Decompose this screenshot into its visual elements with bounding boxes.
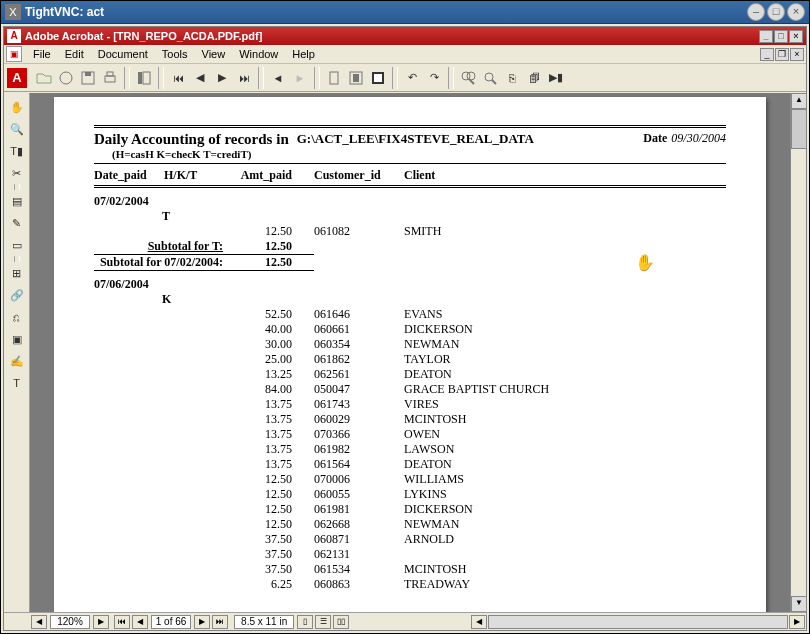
scroll-down-icon[interactable]: ▼ [791,596,807,612]
acr-close-icon[interactable]: × [789,30,803,43]
tool5-icon[interactable]: ▶▮ [545,67,567,89]
find-icon[interactable] [457,67,479,89]
link-tool-icon[interactable]: 🔗 [6,284,28,306]
menu-window[interactable]: Window [232,46,285,62]
col-client: Client [404,168,726,183]
data-row: 40.00060661DICKERSON [94,322,726,337]
save-icon[interactable] [77,67,99,89]
navpane-icon[interactable] [133,67,155,89]
svg-rect-11 [374,74,382,82]
data-row: 37.50062131 [94,547,726,562]
sb-next-icon[interactable]: ▶ [194,615,210,629]
document-viewport[interactable]: Daily Accounting of records in (H=casH K… [30,93,790,612]
menu-view[interactable]: View [195,46,233,62]
highlight-tool-icon[interactable]: ▭ [6,234,28,256]
adobe-logo-icon[interactable]: A [7,68,27,88]
data-row: 30.00060354NEWMAN [94,337,726,352]
col-cust: Customer_id [314,168,404,183]
tool4-icon[interactable]: 🗐 [523,67,545,89]
svg-rect-6 [143,72,150,84]
zoom-in-icon[interactable]: ▶ [93,615,109,629]
minimize-icon[interactable]: – [747,3,765,21]
last-page-icon[interactable]: ⏭ [233,67,255,89]
print-icon[interactable] [99,67,121,89]
data-row: 52.50061646EVANS [94,307,726,322]
svg-point-15 [485,73,493,81]
vertical-scrollbar[interactable]: ▲ ▼ [790,93,806,612]
pencil-tool-icon[interactable]: ✎ [6,212,28,234]
hscroll-track[interactable] [488,615,788,629]
acr-minimize-icon[interactable]: _ [759,30,773,43]
col-date: Date_paid [94,168,164,183]
web-icon[interactable] [55,67,77,89]
note-tool-icon[interactable]: ▤ [6,190,28,212]
zoom-tool-icon[interactable]: 🔍 [6,118,28,140]
rotate-ccw-icon[interactable]: ↶ [401,67,423,89]
zoom-field[interactable]: 120% [50,615,90,629]
open-icon[interactable] [33,67,55,89]
data-row: 13.75061743VIRES [94,397,726,412]
page-field[interactable]: 1 of 66 [151,615,192,629]
sb-last-icon[interactable]: ⏭ [212,615,228,629]
crop-tool-icon[interactable]: ✂ [6,162,28,184]
layout1-icon[interactable]: ▯ [297,615,313,629]
data-row: 37.50060871ARNOLD [94,532,726,547]
fit-width-icon[interactable] [367,67,389,89]
menu-edit[interactable]: Edit [58,46,91,62]
menu-help[interactable]: Help [285,46,322,62]
sb-first-icon[interactable]: ⏮ [114,615,130,629]
vnc-titlebar[interactable]: X TightVNC: act – □ × [1,1,809,24]
scroll-thumb[interactable] [791,109,807,149]
movie-tool-icon[interactable]: ⊞ [6,262,28,284]
data-row: 13.75061564DEATON [94,457,726,472]
data-row: 25.00061862TAYLOR [94,352,726,367]
rotate-cw-icon[interactable]: ↷ [423,67,445,89]
menu-tools[interactable]: Tools [155,46,195,62]
mdi-minimize-icon[interactable]: _ [760,48,774,61]
zoom-out-icon[interactable]: ◀ [31,615,47,629]
document-area: Daily Accounting of records in (H=casH K… [30,93,806,612]
hscroll-right-icon[interactable]: ▶ [789,615,805,629]
menu-document[interactable]: Document [91,46,155,62]
svg-rect-7 [330,72,338,84]
report-path: G:\ACT_LEE\FIX4STEVE_REAL_DATA [297,131,644,147]
data-row: 12.50061082SMITH [94,224,726,239]
svg-point-14 [467,72,475,80]
col-hkt: H/K/T [164,168,229,183]
touchup-text-icon[interactable]: T [6,372,28,394]
form-tool-icon[interactable]: ▣ [6,328,28,350]
layout3-icon[interactable]: ▯▯ [333,615,349,629]
mdi-restore-icon[interactable]: ❐ [775,48,789,61]
signature-tool-icon[interactable]: ✍ [6,350,28,372]
back-icon[interactable]: ◄ [267,67,289,89]
acrobat-titlebar[interactable]: A Adobe Acrobat - [TRN_REPO_ACDA.PDF.pdf… [4,27,806,45]
hscroll-left-icon[interactable]: ◀ [471,615,487,629]
sb-prev-icon[interactable]: ◀ [132,615,148,629]
actual-size-icon[interactable] [323,67,345,89]
statusbar: ◀ 120% ▶ ⏮ ◀ 1 of 66 ▶ ⏭ 8.5 x 11 in ▯ ☰… [4,612,806,630]
text-select-icon[interactable]: T▮ [6,140,28,162]
first-page-icon[interactable]: ⏮ [167,67,189,89]
next-page-icon[interactable]: ▶ [211,67,233,89]
prev-page-icon[interactable]: ◀ [189,67,211,89]
fit-page-icon[interactable] [345,67,367,89]
article-tool-icon[interactable]: ⎌ [6,306,28,328]
search-icon[interactable] [479,67,501,89]
section-hkt: T [94,209,726,224]
layout2-icon[interactable]: ☰ [315,615,331,629]
hand-tool-icon[interactable]: ✋ [6,96,28,118]
maximize-icon[interactable]: □ [767,3,785,21]
menu-file[interactable]: File [26,46,58,62]
report-title: Daily Accounting of records in [94,131,289,148]
tool3-icon[interactable]: ⎘ [501,67,523,89]
acr-maximize-icon[interactable]: □ [774,30,788,43]
mdi-close-icon[interactable]: × [790,48,804,61]
acrobat-icon: A [7,29,21,43]
pdf-page: Daily Accounting of records in (H=casH K… [54,97,766,612]
report-date: Date09/30/2004 [643,131,726,146]
scroll-up-icon[interactable]: ▲ [791,93,807,109]
close-icon[interactable]: × [787,3,805,21]
section-date: 07/02/2004 [94,188,726,209]
forward-icon[interactable]: ► [289,67,311,89]
report-legend: (H=casH K=checK T=crediT) [94,148,289,160]
